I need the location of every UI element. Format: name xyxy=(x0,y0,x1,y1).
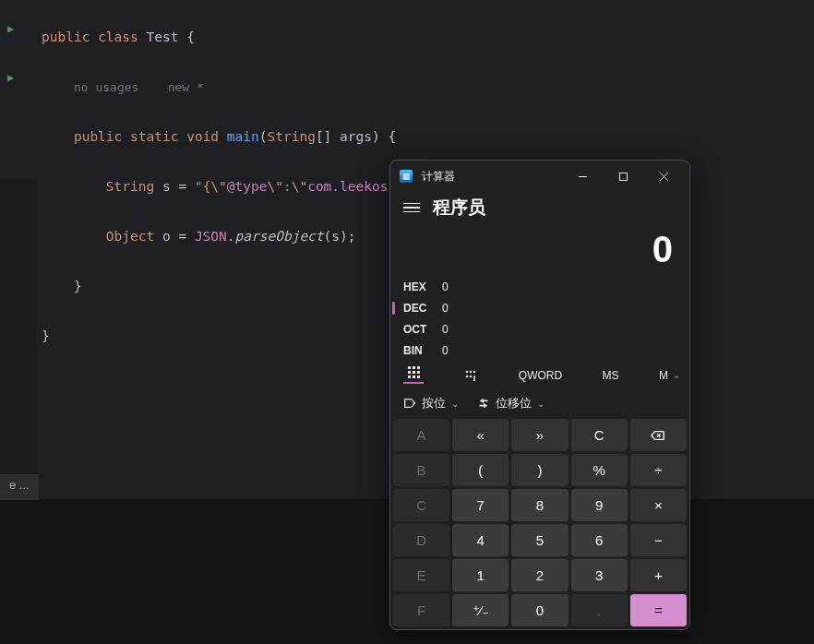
close-button[interactable] xyxy=(643,161,684,191)
base-hex[interactable]: HEX0 xyxy=(403,276,676,297)
keypad-toggle-icon[interactable] xyxy=(403,366,424,384)
base-dec[interactable]: DEC0 xyxy=(403,297,676,318)
brace-close: } xyxy=(42,328,50,343)
brace: { xyxy=(186,30,195,44)
svg-point-4 xyxy=(466,370,468,372)
kw-void: void xyxy=(186,129,219,144)
run-icon[interactable]: ▶ xyxy=(7,66,14,90)
base-bin[interactable]: BIN0 xyxy=(403,340,676,361)
key-backspace[interactable] xyxy=(630,419,687,451)
base-value: 0 xyxy=(442,344,449,357)
svg-point-6 xyxy=(473,370,475,372)
str-attype: @type xyxy=(227,179,268,194)
key-6[interactable]: 6 xyxy=(571,524,628,556)
args: (s); xyxy=(324,229,356,244)
minimize-button[interactable] xyxy=(562,161,603,191)
key-clear[interactable]: C xyxy=(571,419,628,451)
str-esc: \" xyxy=(292,179,307,194)
key-b[interactable]: B xyxy=(393,454,449,486)
bitshift-label: 位移位 xyxy=(496,395,532,411)
fn-main: main xyxy=(227,129,259,144)
calculator-window: ▦ 计算器 程序员 0 HEX0 DEC0 OCT0 BIN0 QWORD MS… xyxy=(389,160,690,630)
gutter: ▶ ▶ xyxy=(0,0,37,475)
key-multiply[interactable]: × xyxy=(630,489,687,521)
mode-row: 程序员 xyxy=(390,192,689,220)
brace-close: } xyxy=(42,279,82,293)
base-label: OCT xyxy=(403,323,442,336)
str-colon: : xyxy=(283,179,292,194)
tab-item[interactable]: e ... xyxy=(0,474,40,500)
calc-display: 0 xyxy=(390,220,689,276)
class-json: JSON xyxy=(195,229,227,244)
var-o: o = xyxy=(154,229,195,244)
key-a[interactable]: A xyxy=(393,419,449,451)
bitshift-dropdown[interactable]: 位移位 ⌄ xyxy=(477,395,545,411)
params: [] args) xyxy=(316,129,380,144)
method-parseobject: parseObject xyxy=(235,229,324,244)
key-rshift[interactable]: » xyxy=(511,419,568,451)
str-esc: \" xyxy=(267,179,282,194)
key-plusminus[interactable]: ⁺⁄₋ xyxy=(452,594,509,626)
tool-row: QWORD MS M⌄ xyxy=(390,364,689,389)
memory-store-button[interactable]: MS xyxy=(603,369,619,382)
bitwise-dropdown[interactable]: 按位 ⌄ xyxy=(403,395,459,411)
and-gate-icon xyxy=(403,397,416,410)
key-d[interactable]: D xyxy=(393,524,449,556)
dot: . xyxy=(227,229,235,244)
key-f[interactable]: F xyxy=(393,594,449,626)
key-rparen[interactable]: ) xyxy=(511,454,568,486)
base-label: HEX xyxy=(403,280,442,293)
key-lparen[interactable]: ( xyxy=(452,454,509,486)
key-4[interactable]: 4 xyxy=(452,524,509,556)
svg-rect-1 xyxy=(619,173,627,180)
shift-icon xyxy=(477,397,490,410)
type-string: String xyxy=(267,129,315,144)
key-7[interactable]: 7 xyxy=(452,489,509,521)
key-lshift[interactable]: « xyxy=(452,419,509,451)
inlay-hint: no usages new * xyxy=(74,80,204,94)
key-3[interactable]: 3 xyxy=(571,559,628,591)
run-icon[interactable]: ▶ xyxy=(7,17,14,42)
str-esc: \" xyxy=(210,179,226,194)
chevron-down-icon: ⌄ xyxy=(673,370,680,380)
key-c-hex[interactable]: C xyxy=(393,489,449,521)
maximize-button[interactable] xyxy=(603,161,643,191)
key-percent[interactable]: % xyxy=(571,454,628,486)
bit-ops-row: 按位 ⌄ 位移位 ⌄ xyxy=(390,389,689,419)
key-0[interactable]: 0 xyxy=(511,594,568,626)
base-value: 0 xyxy=(442,323,449,336)
kw-public: public xyxy=(74,129,122,144)
key-1[interactable]: 1 xyxy=(452,559,509,591)
base-label: DEC xyxy=(403,302,442,315)
hamburger-icon[interactable] xyxy=(403,203,420,213)
base-value: 0 xyxy=(442,302,449,315)
key-divide[interactable]: ÷ xyxy=(630,454,687,486)
key-8[interactable]: 8 xyxy=(511,489,568,521)
class-name: Test xyxy=(147,30,179,44)
svg-point-5 xyxy=(470,370,472,372)
key-add[interactable]: + xyxy=(630,559,687,591)
kw-public: public xyxy=(42,30,90,44)
tab-strip: e ... xyxy=(0,474,40,500)
memory-label: M xyxy=(659,369,668,382)
svg-point-7 xyxy=(466,375,468,376)
var-s: s = xyxy=(154,179,195,194)
svg-point-8 xyxy=(470,375,472,376)
str-quote: " xyxy=(195,179,203,194)
key-e[interactable]: E xyxy=(393,559,449,591)
key-subtract[interactable]: − xyxy=(630,524,687,556)
titlebar[interactable]: ▦ 计算器 xyxy=(390,161,689,192)
base-oct[interactable]: OCT0 xyxy=(403,318,676,340)
memory-dropdown[interactable]: M⌄ xyxy=(659,369,680,382)
key-equals[interactable]: = xyxy=(630,594,687,626)
bitwise-label: 按位 xyxy=(422,395,446,411)
keypad: A « » C B ( ) % ÷ C 7 8 9 × D 4 5 6 − E … xyxy=(390,419,689,629)
brace: { xyxy=(380,129,396,144)
word-size-button[interactable]: QWORD xyxy=(519,369,562,382)
bit-toggle-icon[interactable] xyxy=(463,368,478,383)
kw-class: class xyxy=(98,30,138,44)
key-5[interactable]: 5 xyxy=(511,524,568,556)
key-9[interactable]: 9 xyxy=(571,489,628,521)
key-decimal[interactable]: . xyxy=(571,594,628,626)
key-2[interactable]: 2 xyxy=(511,559,568,591)
